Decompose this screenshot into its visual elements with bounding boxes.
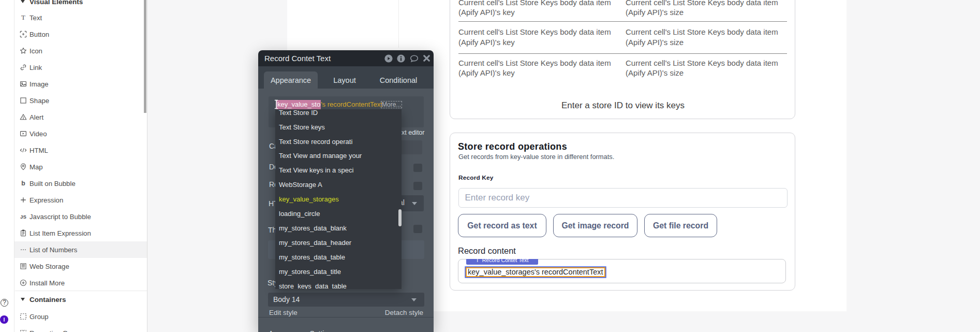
svg-text:b: b (21, 180, 25, 187)
svg-text:JS: JS (20, 214, 26, 220)
svg-text:T: T (21, 14, 25, 21)
